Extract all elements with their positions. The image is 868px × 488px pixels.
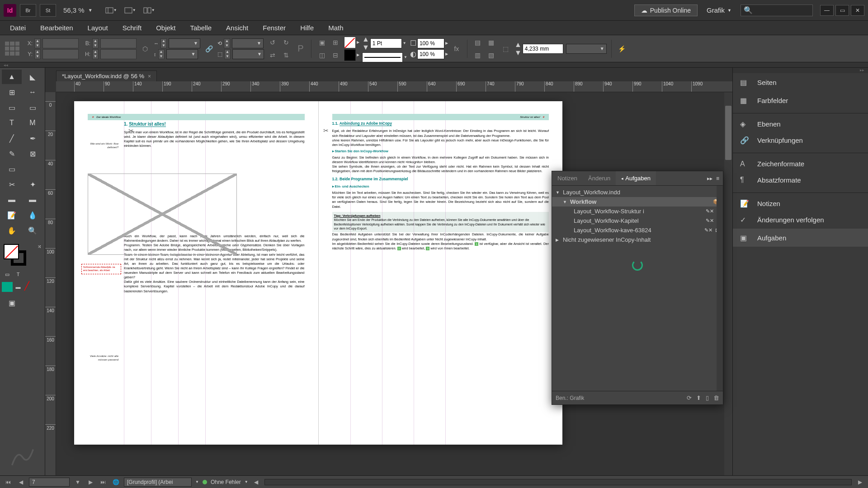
color-swap-area[interactable]: ⤭ [2,244,43,267]
content-collector-tool[interactable]: ▭ [2,100,22,115]
menu-math[interactable]: Math [322,22,349,33]
maximize-button[interactable]: ▭ [835,5,849,16]
x-stepper[interactable]: ▲▼ [34,38,41,48]
fill-color-swatch[interactable] [344,37,356,48]
w-stepper[interactable]: ▲▼ [92,38,99,48]
panel-aenderungen[interactable]: ✓Änderungen verfolgen [733,211,868,229]
preflight-profile-dropdown[interactable]: [Grundprofil] (Arbei [124,478,192,487]
rectangle-tool[interactable]: ▭ [2,162,22,176]
fill-proxy[interactable] [4,244,19,259]
selection-tool[interactable]: ▲ [2,70,22,84]
disclosure-icon[interactable]: ▼ [556,190,560,195]
apply-color-icon[interactable] [2,282,13,292]
gradient-feather-tool[interactable]: ▬ [23,192,42,207]
corner-shape-dropdown[interactable]: ▼ [566,44,607,54]
page-number-field[interactable]: 7 [29,478,70,487]
page-dropdown[interactable]: ▼ [73,479,82,485]
reference-point-grid[interactable] [4,40,21,57]
menu-objekt[interactable]: Objekt [150,22,182,33]
zoom-level-dropdown[interactable]: 56,3 % ▼ [63,6,93,14]
pencil-tool[interactable]: ✎ [2,146,22,161]
disclosure-icon[interactable]: ▶ [556,238,560,242]
scissors-tool[interactable]: ✂ [2,177,22,192]
stroke-weight-stepper[interactable]: ▲▼ [362,35,369,52]
panel-zeichenformate[interactable]: AZeichenformate [733,153,868,171]
direct-selection-tool[interactable]: ◣ [23,70,42,84]
text-wrap-jump-icon[interactable]: ▧ [486,49,497,61]
text-wrap-shape-icon[interactable]: ▥ [472,49,484,61]
panel-notizen[interactable]: 📝Notizen [733,192,868,211]
bridge-button[interactable]: Br [20,4,36,17]
swap-colors-icon[interactable]: ⤭ [38,244,41,249]
scroll-left-button[interactable]: ◀ [252,479,261,485]
stroke-color-swatch[interactable] [344,49,356,61]
pen-tool[interactable]: ✒ [23,131,42,145]
w-field[interactable] [100,38,137,48]
corner-radius-stepper[interactable]: ▲▼ [514,41,522,57]
scale-y-field[interactable]: ▼ [166,49,198,59]
text-wrap-none-icon[interactable]: ▤ [472,37,484,48]
menu-layout[interactable]: Layout [81,22,114,33]
tree-root[interactable]: ▼Layout_Workflow.indd [552,188,723,197]
constrain-icon[interactable]: ⬡ [139,43,151,55]
flip-h-icon[interactable]: ⇄ [267,49,278,61]
tree-workflow[interactable]: ▼Workflow📦 [552,197,723,206]
effects-icon[interactable]: fx [451,43,462,55]
formatting-text-icon[interactable]: T [13,269,24,279]
minimize-button[interactable]: — [820,5,834,16]
link-icon[interactable]: 🔗 [203,43,215,55]
h-field[interactable] [100,49,137,59]
screen-mode-button[interactable]: ▼ [123,4,138,17]
free-transform-tool[interactable]: ✦ [23,177,42,192]
scale-x-stepper[interactable]: ▲▼ [160,38,167,48]
next-page-button[interactable]: ▶ [86,479,95,485]
stroke-style-dropdown[interactable] [362,52,403,62]
content-placer-tool[interactable]: ▭ [23,100,42,115]
shear-field[interactable]: ▼ [232,49,264,59]
menu-datei[interactable]: Datei [4,22,32,33]
text-wrap-around-icon[interactable]: ▦ [486,37,497,48]
scale-y-stepper[interactable]: ▲▼ [158,49,165,59]
hand-tool[interactable]: ✋ [2,223,22,238]
prev-page-button[interactable]: ◀ [16,479,25,485]
menu-tabelle[interactable]: Tabelle [184,22,218,33]
panel-verknuepfungen[interactable]: 🔗Verknüpfungen [733,131,868,149]
shear-stepper[interactable]: ▲▼ [224,49,231,59]
dock-collapse-bar[interactable]: ◂◂ [0,62,868,68]
vertical-scrollbar[interactable] [724,92,732,475]
panel-aufgaben[interactable]: ▣Aufgaben [733,229,868,247]
tree-item[interactable]: Layout_Workflow-Struktur i✎✕▯ [552,206,723,216]
vertical-ruler[interactable]: 0 20 40 60 80 100 120 140 160 180 200 22… [45,92,56,475]
zoom-tool[interactable]: 🔍 [23,223,42,238]
search-field[interactable]: 🔍 [741,5,813,16]
eyedropper-tool[interactable]: 💧 [23,208,42,222]
panel-collapse-bar[interactable]: ▸▸ [733,68,868,73]
rotate-field[interactable]: ▼ [232,38,264,48]
formatting-container-icon[interactable]: ▭ [2,269,13,279]
new-assignment-icon[interactable]: ▯ [706,394,709,401]
view-options-button[interactable]: ▼ [104,4,119,17]
y-field[interactable] [42,49,79,59]
stock-button[interactable]: St [40,4,56,17]
tab-aenderungen[interactable]: Änderun [583,171,616,185]
normal-view-icon[interactable]: ▣ [2,296,22,310]
panel-absatzformate[interactable]: ¶Absatzformate [733,171,868,189]
menu-schrift[interactable]: Schrift [116,22,148,33]
panel-seiten[interactable]: ▤Seiten [733,73,868,91]
x-field[interactable] [42,38,79,48]
menu-fenster[interactable]: Fenster [256,22,292,33]
last-page-button[interactable]: ⏭ [99,479,108,485]
tab-notizen[interactable]: Notizen [552,171,583,185]
panel-menu-icon[interactable]: ≡ [716,175,719,182]
align-center-icon[interactable]: ⊞ [330,37,341,48]
update-icon[interactable]: ⬆ [696,394,701,401]
scroll-right-button[interactable]: ▶ [855,479,864,485]
delete-icon[interactable]: 🗑 [713,394,719,401]
stroke-weight-field[interactable]: 1 Pt [370,38,402,48]
align-center2-icon[interactable]: ⊟ [330,49,341,61]
tree-item[interactable]: Layout_Workflow-Kapitel✎✕▯ [552,216,723,225]
rectangle-frame-tool[interactable]: ⊠ [23,146,42,161]
refresh-icon[interactable]: ⟳ [687,394,692,401]
tab-aufgaben[interactable]: ◂Aufgaben [616,171,656,185]
horizontal-scrollbar[interactable] [264,479,852,485]
